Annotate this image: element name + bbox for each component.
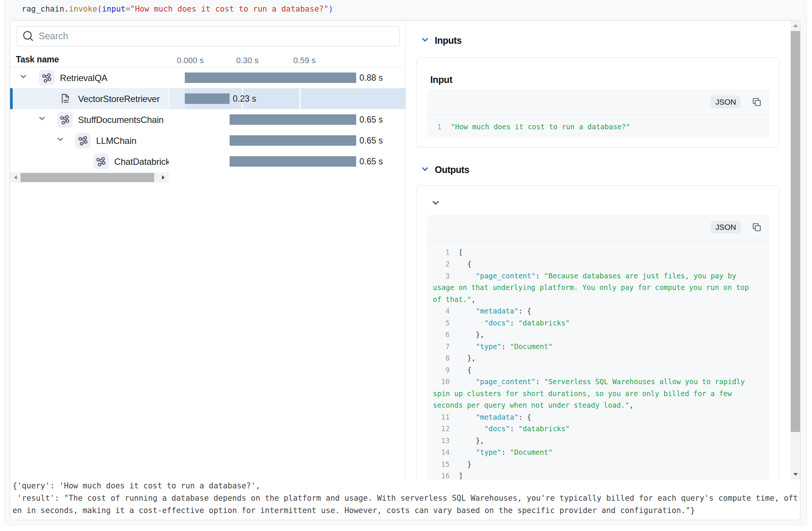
scroll-left-arrow-icon <box>13 175 17 180</box>
scroll-right-arrow-icon <box>162 175 165 180</box>
task-gantt-cell[interactable]: 0.65 s <box>169 109 406 130</box>
line-number: 7 <box>433 341 450 353</box>
json-line: 9 { <box>427 364 769 376</box>
search-input[interactable] <box>39 31 399 41</box>
copy-icon[interactable] <box>752 98 761 106</box>
json-line-text: of that.", <box>433 295 476 303</box>
task-row[interactable]: LLMChain0.65 s <box>10 130 406 151</box>
outputs-collapse-chevron-icon[interactable] <box>421 167 429 172</box>
json-line-text: "type": "Document" <box>459 341 553 353</box>
code-token: invoke <box>69 4 97 13</box>
json-line: 5 "docs": "databricks" <box>427 317 769 329</box>
vertical-scrollbar[interactable] <box>791 21 800 479</box>
horizontal-scrollbar-thumb[interactable] <box>21 173 154 182</box>
json-line: 4 "metadata": { <box>427 305 769 317</box>
inputs-collapse-chevron-icon[interactable] <box>421 37 429 42</box>
json-line-text: seconds per query when not under steady … <box>433 401 634 409</box>
task-row[interactable]: RetrievalQA0.88 s <box>10 67 406 88</box>
line-number: 2 <box>433 258 450 270</box>
trace-details-panel: Inputs Input JSON 1"How much does it cos… <box>406 21 790 480</box>
scroll-up-arrow-icon <box>793 24 798 27</box>
json-line-text: "page_content": "Serverless SQL Warehous… <box>459 376 745 388</box>
json-line-text: }, <box>459 435 485 447</box>
line-number: 1 <box>433 121 442 133</box>
line-number: 12 <box>433 423 450 435</box>
output-collapse-chevron-icon[interactable] <box>432 200 439 205</box>
scroll-right-button[interactable] <box>158 172 169 183</box>
expand-chevron-icon[interactable] <box>39 116 45 120</box>
task-gantt-cell[interactable]: 0.65 s <box>169 130 406 151</box>
input-json-block: JSON 1"How much does it cost to run a da… <box>427 89 769 138</box>
task-icon-chip <box>57 112 73 127</box>
document-icon <box>59 93 71 104</box>
json-line-text: "type": "Document" <box>459 447 553 459</box>
horizontal-scrollbar[interactable] <box>10 172 169 183</box>
code-cell-source[interactable]: rag_chain.invoke(input="How much does it… <box>22 3 333 15</box>
code-token: input <box>102 4 125 13</box>
json-format-badge[interactable]: JSON <box>711 221 740 234</box>
task-gantt-cell[interactable]: 0.88 s <box>169 67 406 88</box>
json-line: 1[ <box>427 247 769 259</box>
task-row[interactable]: StuffDocumentsChain0.65 s <box>10 109 406 130</box>
json-line: 11 "metadata": { <box>427 411 769 423</box>
expand-chevron-icon[interactable] <box>57 137 63 141</box>
time-axis-tick-label: 0.59 s <box>293 56 316 65</box>
task-name-label: ChatDatabricks <box>114 151 169 172</box>
copy-icon[interactable] <box>752 223 761 232</box>
json-line: 6 }, <box>427 329 769 341</box>
scroll-up-button[interactable] <box>791 21 800 31</box>
duration-bar[interactable] <box>230 156 356 167</box>
json-wrapped-line: usage on that underlying platform. You o… <box>427 282 769 294</box>
duration-label: 0.65 s <box>360 109 383 130</box>
task-name-label: LLMChain <box>96 130 137 151</box>
scroll-left-button[interactable] <box>10 172 21 183</box>
input-field-label: Input <box>430 74 452 85</box>
json-line: 7 "type": "Document" <box>427 341 769 353</box>
json-line: 2 { <box>427 258 769 270</box>
task-name-cell[interactable]: LLMChain <box>10 130 169 151</box>
task-name-cell[interactable]: RetrievalQA <box>10 67 169 88</box>
scroll-down-button[interactable] <box>791 469 800 479</box>
duration-label: 0.65 s <box>360 151 383 172</box>
json-line: 15 } <box>427 459 769 470</box>
cell-text-output: {'query': 'How much does it cost to run … <box>10 480 800 520</box>
json-wrapped-line: seconds per query when not under steady … <box>427 399 769 411</box>
json-line: 10 "page_content": "Serverless SQL Wareh… <box>427 376 769 388</box>
task-row[interactable]: VectorStoreRetriever0.23 s <box>10 88 406 109</box>
duration-bar[interactable] <box>185 72 356 83</box>
task-icon-chip <box>57 91 73 106</box>
task-gantt-cell[interactable]: 0.23 s <box>169 88 406 109</box>
task-name-cell[interactable]: StuffDocumentsChain <box>10 109 169 130</box>
json-line-text: "metadata": { <box>459 411 531 423</box>
vertical-scrollbar-thumb[interactable] <box>791 31 800 432</box>
chain-icon <box>96 156 106 167</box>
task-icon-chip <box>93 154 109 169</box>
task-icon-chip <box>75 133 91 148</box>
line-number: 16 <box>433 470 450 480</box>
output-json-header: JSON <box>427 215 769 240</box>
notebook-cell: rag_chain.invoke(input="How much does it… <box>4 0 807 525</box>
duration-label: 0.88 s <box>360 67 383 88</box>
output-text-line: en in seconds, making it a cost-effectiv… <box>13 504 800 517</box>
duration-bar[interactable] <box>230 114 356 125</box>
expand-chevron-icon[interactable] <box>20 74 27 78</box>
task-name-cell[interactable]: ChatDatabricks <box>10 151 169 172</box>
task-gantt-cell[interactable]: 0.65 s <box>169 151 406 172</box>
json-format-badge[interactable]: JSON <box>711 96 740 108</box>
json-line: 3 "page_content": "Because databases are… <box>427 270 769 282</box>
outputs-section-title[interactable]: Outputs <box>435 164 469 175</box>
json-wrapped-line: of that.", <box>427 294 769 306</box>
line-number: 13 <box>433 435 450 447</box>
inputs-section-title[interactable]: Inputs <box>435 35 462 46</box>
json-line-text: "How much does it cost to run a database… <box>451 121 630 133</box>
task-row[interactable]: ChatDatabricks0.65 s <box>10 151 406 172</box>
duration-bar[interactable] <box>230 135 356 146</box>
search-box <box>16 26 400 46</box>
task-name-cell[interactable]: VectorStoreRetriever <box>10 88 169 109</box>
duration-bar[interactable] <box>185 93 230 104</box>
output-card: JSON 1[2 {3 "page_content": "Because dat… <box>416 185 780 480</box>
code-token: ) <box>329 4 333 13</box>
task-name-label: VectorStoreRetriever <box>78 88 160 109</box>
task-name-column-header: Task name <box>16 55 59 65</box>
json-line: 14 "type": "Document" <box>427 447 769 459</box>
